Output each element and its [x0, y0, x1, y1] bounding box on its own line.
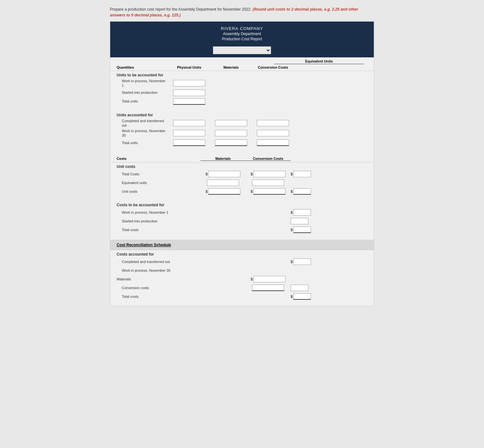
completed-label: Completed and transferred out — [117, 119, 168, 128]
col-header-physical: Physical Units — [168, 65, 210, 69]
recon-total-input[interactable] — [293, 293, 311, 300]
recon-total-label: Total costs — [117, 294, 200, 299]
report-container: RIVERA COMPANY Assembly Department Produ… — [110, 21, 374, 306]
equiv-units-conversion-input[interactable] — [252, 180, 284, 186]
unit-costs-materials-input[interactable] — [208, 188, 240, 195]
costs-wip-nov1-input[interactable] — [293, 209, 311, 216]
costs-started-row: Started into production — [117, 217, 367, 225]
total-units-label2: Total units — [117, 141, 168, 145]
total-costs-materials-input[interactable] — [208, 171, 240, 177]
equiv-units-materials-input[interactable] — [207, 180, 239, 186]
recon-wip-nov30-label: Work in process, November 30 — [117, 268, 200, 273]
recon-header: Cost Reconciliation Schedule — [110, 240, 374, 250]
wip-nov30-row: Work in process, November 30 — [117, 129, 367, 138]
wip-nov30-physical-input[interactable] — [173, 130, 205, 136]
recon-wip-nov30-row: Work in process, November 30 — [117, 267, 367, 274]
recon-title: Cost Reconciliation Schedule — [117, 243, 367, 247]
costs-wip-nov1-row: Work in process, November 1 $ — [117, 209, 367, 216]
recon-total-dollar: $ — [291, 295, 293, 298]
recon-materials-row: Materials $ — [117, 275, 367, 283]
unit-costs-total-dollar: $ — [291, 190, 293, 193]
costs-header-conversion: Conversion Costs — [246, 157, 291, 161]
wip-nov1-label: Work in process, November 1 — [117, 79, 168, 88]
recon-costs-accounted-label: Costs accounted for — [117, 252, 367, 257]
total-units2-materials-input[interactable] — [215, 140, 247, 146]
instruction-text: Prepare a production cost report for the… — [110, 7, 252, 12]
costs-total-dollar: $ — [291, 228, 293, 232]
units-to-be-section: Units to be accounted for Work in proces… — [110, 71, 374, 108]
equiv-units-header: Equivalent Units — [110, 57, 374, 64]
unit-costs-section: Unit costs Total Costs $ $ $ — [110, 162, 374, 198]
costs-header-total — [291, 157, 316, 161]
equiv-units-row: Equivalent units — [117, 179, 367, 187]
company-bold: RIVERA — [221, 26, 238, 31]
col-header-materials: Materials — [210, 65, 252, 69]
units-accounted-label: Units accounted for — [117, 113, 367, 117]
equiv-units-label: Equivalent Units — [274, 59, 364, 64]
costs-to-be-label: Costs to be accounted for — [117, 203, 367, 207]
costs-wip-nov1-label: Work in process, November 1 — [117, 210, 200, 215]
recon-completed-dollar: $ — [291, 260, 293, 264]
completed-physical-input[interactable] — [173, 120, 205, 126]
period-dropdown[interactable] — [213, 46, 271, 54]
costs-total-label: Total costs — [117, 228, 200, 232]
costs-started-input[interactable] — [291, 218, 308, 224]
company-name: RIVERA COMPANY — [113, 26, 371, 31]
started-row: Started into production — [117, 89, 367, 97]
started-label: Started into production — [117, 90, 168, 95]
total-costs-conv-dollar: $ — [251, 172, 253, 176]
started-physical-input[interactable] — [173, 90, 205, 96]
total-units2-physical-input[interactable] — [173, 140, 205, 146]
recon-conversion-total-input[interactable] — [291, 285, 308, 291]
dept-name: Assembly Department — [113, 32, 371, 36]
costs-total-input[interactable] — [293, 227, 311, 233]
total-costs-label: Total Costs — [117, 172, 200, 176]
costs-wip-nov1-dollar: $ — [291, 210, 293, 214]
costs-to-be-section: Costs to be accounted for Work in proces… — [110, 201, 374, 237]
col-header-quantities: Quantities — [117, 65, 168, 69]
recon-materials-label: Materials — [117, 277, 200, 281]
total-costs-conversion-input[interactable] — [253, 171, 286, 177]
total-units-row1: Total units — [117, 98, 367, 105]
total-units-row2: Total units — [117, 139, 367, 147]
completed-conversion-input[interactable] — [257, 120, 289, 126]
unit-costs-conversion-input[interactable] — [253, 188, 286, 195]
wip-nov1-row: Work in process, November 1 — [117, 79, 367, 88]
total-units-label1: Total units — [117, 99, 168, 103]
company-suffix: COMPANY — [240, 26, 263, 31]
recon-conversion-row: Conversion costs — [117, 284, 367, 292]
total-costs-row: Total Costs $ $ $ — [117, 170, 367, 178]
costs-started-label: Started into production — [117, 219, 200, 223]
unit-costs-row: Unit costs $ $ $ — [117, 188, 367, 195]
recon-conversion-input[interactable] — [252, 285, 284, 291]
units-to-be-label: Units to be accounted for — [117, 73, 367, 77]
costs-header-label: Costs — [117, 157, 200, 161]
recon-section: Costs accounted for Completed and transf… — [110, 250, 374, 303]
instructions: Prepare a production cost report for the… — [110, 6, 374, 18]
unit-costs-total-input[interactable] — [293, 188, 311, 195]
total-costs-total-input[interactable] — [293, 171, 311, 177]
recon-conversion-label: Conversion costs — [117, 286, 200, 290]
recon-completed-row: Completed and transferred out $ — [117, 258, 367, 266]
report-title-header: Production Cost Report — [113, 37, 371, 41]
wip-nov30-label: Work in process, November 30 — [117, 129, 168, 138]
costs-header-materials: Materials — [200, 157, 246, 161]
recon-materials-dollar: $ — [251, 277, 253, 281]
completed-materials-input[interactable] — [215, 120, 247, 126]
recon-total-row: Total costs $ — [117, 293, 367, 300]
unit-costs-label: Unit costs — [117, 164, 367, 169]
unit-costs-mat-dollar: $ — [206, 190, 208, 193]
equiv-units-row-label: Equivalent units — [117, 180, 200, 185]
unit-costs-conv-dollar: $ — [251, 190, 253, 193]
col-header-conversion: Conversion Costs — [252, 65, 294, 69]
total-units-physical-input[interactable] — [173, 98, 205, 105]
wip-nov30-materials-input[interactable] — [215, 130, 247, 136]
dropdown-row — [110, 44, 374, 57]
recon-completed-input[interactable] — [293, 258, 311, 265]
quantities-col-headers: Quantities Physical Units Materials Conv… — [110, 64, 374, 71]
wip-nov30-conversion-input[interactable] — [257, 130, 289, 136]
total-units2-conversion-input[interactable] — [257, 140, 289, 146]
wip-nov1-physical-input[interactable] — [173, 80, 205, 86]
units-accounted-section: Units accounted for Completed and transf… — [110, 111, 374, 150]
recon-materials-input[interactable] — [253, 276, 286, 282]
